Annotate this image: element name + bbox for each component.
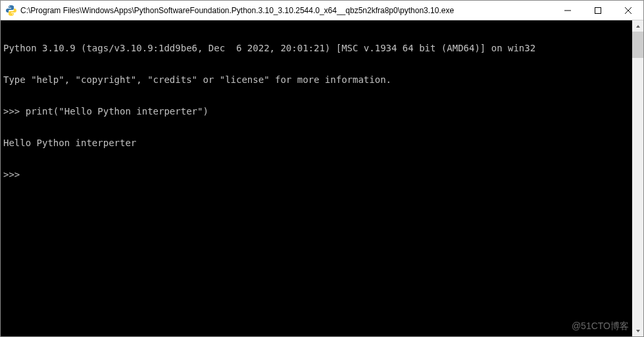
- minimize-button[interactable]: [553, 1, 583, 20]
- window-title: C:\Program Files\WindowsApps\PythonSoftw…: [20, 6, 553, 15]
- window-titlebar: C:\Program Files\WindowsApps\PythonSoftw…: [1, 1, 643, 20]
- console-line: Hello Python interperter: [3, 138, 630, 148]
- console-line: Python 3.10.9 (tags/v3.10.9:1dd9be6, Dec…: [3, 43, 630, 53]
- svg-point-0: [9, 6, 11, 7]
- scroll-track[interactable]: [632, 32, 643, 325]
- svg-rect-2: [595, 7, 601, 13]
- scroll-up-arrow-icon[interactable]: [632, 20, 643, 32]
- scroll-thumb[interactable]: [632, 32, 643, 58]
- maximize-button[interactable]: [583, 1, 613, 20]
- close-button[interactable]: [613, 1, 643, 20]
- console-line: >>>: [3, 169, 630, 180]
- console-line: >>> print("Hello Python interperter"): [3, 106, 630, 117]
- vertical-scrollbar[interactable]: [632, 20, 643, 336]
- console-line: Type "help", "copyright", "credits" or "…: [3, 74, 630, 85]
- svg-point-1: [12, 14, 14, 15]
- console-area: Python 3.10.9 (tags/v3.10.9:1dd9be6, Dec…: [1, 20, 643, 336]
- python-icon: [6, 5, 16, 16]
- window-controls: [553, 1, 643, 20]
- console-output[interactable]: Python 3.10.9 (tags/v3.10.9:1dd9be6, Dec…: [1, 20, 632, 336]
- scroll-down-arrow-icon[interactable]: [632, 325, 643, 336]
